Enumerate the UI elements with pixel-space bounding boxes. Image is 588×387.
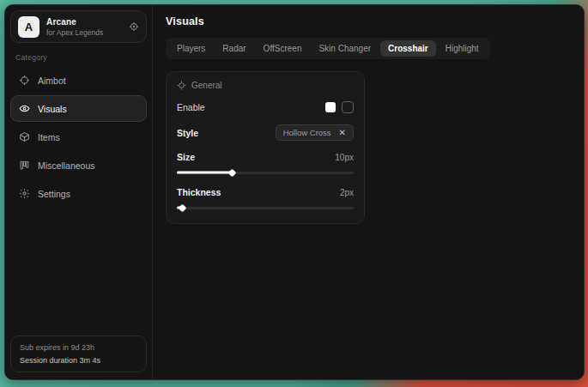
tab-crosshair[interactable]: Crosshair bbox=[380, 40, 436, 57]
sidebar-item-items[interactable]: Items bbox=[10, 124, 147, 150]
box-icon bbox=[19, 131, 30, 142]
enable-row: Enable bbox=[177, 101, 354, 113]
app-title: Arcane bbox=[46, 17, 122, 27]
sidebar-item-visuals[interactable]: Visuals bbox=[10, 95, 147, 122]
app-subtitle: for Apex Legends bbox=[46, 28, 122, 37]
subscription-info-card: Sub expires in 9d 23h Session duration 3… bbox=[10, 336, 147, 372]
tab-skin-changer[interactable]: Skin Changer bbox=[311, 40, 379, 57]
brand-text: Arcane for Apex Legends bbox=[46, 17, 122, 37]
style-label: Style bbox=[177, 128, 198, 138]
thickness-slider-track bbox=[177, 207, 354, 209]
style-row: Style Hollow Cross ✕ bbox=[177, 124, 354, 141]
general-panel-header: General bbox=[177, 81, 354, 90]
style-value-tag[interactable]: Hollow Cross ✕ bbox=[276, 124, 354, 141]
style-value-text: Hollow Cross bbox=[283, 128, 331, 137]
category-label: Category bbox=[15, 53, 142, 62]
sidebar-item-label: Items bbox=[38, 132, 60, 142]
size-slider-fill bbox=[177, 172, 232, 174]
tab-highlight[interactable]: Highlight bbox=[438, 40, 487, 57]
thickness-row: Thickness 2px bbox=[177, 187, 354, 197]
size-slider-handle[interactable] bbox=[227, 168, 236, 177]
tab-players[interactable]: Players bbox=[169, 40, 213, 57]
size-value: 10px bbox=[335, 153, 354, 162]
sidebar: A Arcane for Apex Legends Category bbox=[5, 5, 153, 379]
general-panel-title: General bbox=[191, 81, 222, 90]
enable-label: Enable bbox=[177, 102, 205, 112]
sidebar-item-label: Miscellaneous bbox=[38, 160, 95, 171]
scan-icon bbox=[177, 81, 186, 90]
remove-style-icon[interactable]: ✕ bbox=[339, 129, 346, 137]
sidebar-item-miscellaneous[interactable]: Miscellaneous bbox=[10, 152, 147, 178]
sidebar-item-label: Visuals bbox=[38, 104, 67, 114]
sidebar-item-aimbot[interactable]: Aimbot bbox=[10, 67, 147, 94]
sidebar-nav: Aimbot Visuals Items bbox=[10, 67, 147, 207]
sidebar-item-settings[interactable]: Settings bbox=[10, 180, 147, 207]
target-icon[interactable] bbox=[129, 21, 139, 32]
thickness-label: Thickness bbox=[177, 187, 221, 197]
enable-checkbox-checked[interactable] bbox=[325, 102, 336, 112]
brand-card: A Arcane for Apex Legends bbox=[10, 10, 147, 43]
size-label: Size bbox=[177, 152, 195, 162]
sub-expires-text: Sub expires in 9d 23h bbox=[20, 343, 137, 352]
visuals-tabbar: Players Radar OffScreen Skin Changer Cro… bbox=[166, 38, 490, 59]
columns-icon bbox=[19, 160, 30, 171]
thickness-slider[interactable] bbox=[177, 204, 354, 211]
sidebar-spacer bbox=[10, 207, 147, 336]
thickness-value: 2px bbox=[340, 188, 354, 197]
app-logo: A bbox=[18, 16, 39, 38]
size-row: Size 10px bbox=[177, 152, 354, 162]
enable-keybind-box[interactable] bbox=[342, 101, 354, 113]
tab-offscreen[interactable]: OffScreen bbox=[256, 40, 310, 57]
sidebar-item-label: Settings bbox=[38, 189, 70, 199]
app-window: A Arcane for Apex Legends Category bbox=[4, 4, 585, 380]
page-title: Visuals bbox=[166, 15, 571, 27]
crosshair-icon bbox=[19, 75, 30, 86]
size-slider[interactable] bbox=[177, 169, 354, 176]
tab-radar[interactable]: Radar bbox=[215, 40, 253, 57]
thickness-slider-handle[interactable] bbox=[179, 203, 187, 212]
gear-icon bbox=[19, 188, 30, 199]
sidebar-item-label: Aimbot bbox=[38, 76, 66, 86]
general-panel: General Enable Style Hollow Cross ✕ Size… bbox=[166, 71, 365, 224]
main-content: Visuals Players Radar OffScreen Skin Cha… bbox=[153, 5, 584, 379]
session-duration-text: Session duration 3m 4s bbox=[20, 356, 137, 365]
enable-controls bbox=[325, 101, 354, 113]
eye-icon bbox=[19, 103, 30, 114]
thickness-slider-fill bbox=[177, 207, 182, 209]
